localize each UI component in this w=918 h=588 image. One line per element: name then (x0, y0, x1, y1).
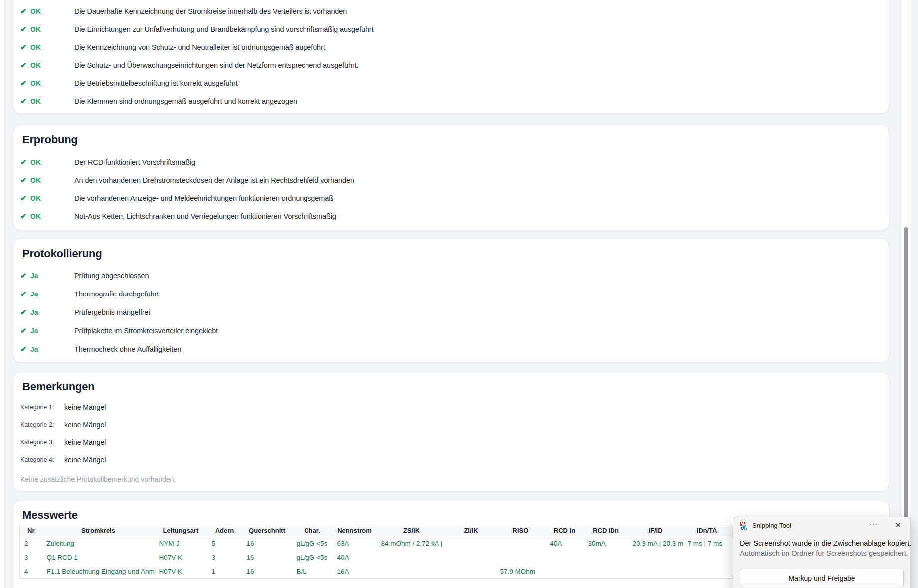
cell-nennstrom: 16A (333, 564, 377, 579)
cell-idnta: 7 ms | 7 ms (683, 536, 731, 551)
cell-rcd-idn (584, 564, 628, 579)
cell-querschnitt: 16 (242, 550, 292, 564)
cell-rcd-idn: 30mA (584, 536, 628, 551)
col-header: Char. (292, 525, 333, 536)
check-item-text: Die Kennzeichnung von Schutz- und Neutra… (74, 43, 325, 51)
check-icon: ✔ (20, 61, 30, 70)
check-icon: ✔ (20, 290, 30, 298)
kategorie-label: Kategorie 4: (20, 456, 54, 463)
section-title: Protokollierung (22, 247, 889, 260)
status-label: OK (30, 61, 41, 69)
check-item-text: Die Betriebsmittelbeschriftung ist korre… (74, 79, 238, 87)
check-icon: ✔ (20, 79, 30, 88)
cell-stromkreis: F1.1 Beleuchtung Eingang und Anme (42, 564, 155, 579)
cell-zsik (377, 564, 447, 579)
cell-riso: 57.9 MOhm (496, 564, 546, 579)
status-label: Ja (30, 327, 38, 335)
cell-char: B/L (292, 564, 333, 579)
check-item-text: Prüfplakette im Stromkreisverteiler eing… (74, 327, 218, 335)
check-item: ✔ OK Die Einrichtungen zur Unfallverhütu… (13, 20, 889, 38)
check-item: ✔ OK Not-Aus Ketten, Lichtschranken und … (13, 207, 889, 225)
check-item-text: Die Einrichtungen zur Unfallverhütung un… (74, 25, 374, 33)
check-item-text: Die vorhandenen Anzeige- und Meldeeinric… (74, 194, 333, 202)
protokollierung-card: Protokollierung ✔ Ja Prüfung abgeschloss… (13, 239, 889, 363)
col-header: ZI/IK (447, 525, 496, 536)
vertical-scrollbar-thumb[interactable] (904, 227, 908, 554)
check-icon: ✔ (20, 326, 30, 335)
status-label: OK (30, 7, 41, 15)
kategorie-label: Kategorie 2: (20, 421, 54, 428)
check-item: ✔ Ja Thermocheck ohne Auffälligkeiten (13, 340, 889, 358)
protokollbemerkung-note: Keine zusätzliche Protokollbemerkung vor… (20, 475, 889, 483)
col-header: RISO (496, 525, 546, 536)
cell-ifid: 20.3 mA | 20.3 mA (628, 536, 683, 551)
cell-ziik (447, 564, 496, 579)
cell-querschnitt: 16 (242, 536, 292, 551)
cell-zsik (377, 550, 447, 564)
status-label: OK (30, 194, 41, 202)
cell-rcd-in (546, 564, 584, 579)
window-left-border (4, 0, 5, 588)
cell-adern: 3 (207, 550, 242, 564)
cell-char: gL/gG <5s (292, 550, 333, 564)
cell-riso (496, 536, 546, 551)
status-label: OK (30, 158, 41, 166)
section-title: Bemerkungen (22, 380, 889, 393)
check-icon: ✔ (20, 194, 30, 203)
check-icon: ✔ (20, 158, 30, 167)
cell-ifid (628, 564, 683, 579)
bemerkungen-card: Bemerkungen Kategorie 1: keine Mängel Ka… (13, 372, 889, 492)
kategorie-value: keine Mängel (64, 456, 106, 464)
check-item-text: Prüfung abgeschlossen (74, 272, 149, 280)
more-options-icon[interactable]: ··· (869, 519, 878, 528)
kategorie-value: keine Mängel (64, 403, 106, 411)
kategorie-label: Kategorie 3. (20, 439, 54, 446)
cell-rcd-in (546, 550, 584, 564)
snipping-tool-notification: Snipping Tool ··· ✕ Der Screenshot wurde… (733, 517, 911, 588)
status-label: OK (30, 176, 41, 184)
checklist-card: ✔ OK Die Dauerhafte Kennzeichnung der St… (13, 0, 889, 114)
check-item: ✔ OK Der RCD funktioniert Vorschriftsmäß… (13, 153, 889, 171)
cell-adern: 5 (207, 536, 242, 551)
cell-nr: 2 (20, 536, 42, 551)
cell-nr: 4 (20, 564, 42, 579)
cell-rcd-in: 40A (546, 536, 584, 551)
status-label: Ja (30, 290, 38, 298)
col-header: IF/ID (628, 525, 683, 536)
col-header: Stromkreis (42, 525, 155, 536)
check-item: ✔ Ja Prüfplakette im Stromkreisverteiler… (13, 321, 889, 340)
status-label: Ja (30, 272, 38, 280)
check-item: ✔ OK Die vorhandenen Anzeige- und Meldee… (13, 189, 889, 207)
window-left-gutter (0, 0, 4, 588)
check-icon: ✔ (20, 43, 30, 52)
markup-share-button[interactable]: Markup und Freigabe (740, 569, 904, 587)
cell-ifid (628, 550, 683, 564)
check-item-text: Thermografie durchgeführt (74, 290, 159, 298)
col-header: Adern (207, 525, 242, 536)
cell-nennstrom: 40A (333, 550, 377, 564)
cell-stromkreis: Q1 RCD 1 (42, 550, 155, 564)
check-item: ✔ OK An den vorhandenen Drehstromsteckdo… (13, 171, 889, 189)
col-header: Nr (20, 525, 42, 536)
notification-submessage: Automatisch im Ordner für Screenshots ge… (740, 549, 908, 557)
check-item-text: Thermocheck ohne Auffälligkeiten (74, 345, 181, 353)
cell-idnta (683, 564, 731, 579)
cell-stromkreis: Zuleitung (42, 536, 155, 551)
status-label: Ja (30, 345, 38, 353)
notification-message: Der Screenshot wurde in die Zwischenabla… (740, 539, 911, 547)
cell-nennstrom: 63A (333, 536, 377, 551)
check-item-text: Prüfergebnis mängelfrei (74, 308, 150, 316)
check-icon: ✔ (20, 97, 30, 106)
cell-char: gL/gG <5s (292, 536, 333, 551)
cell-ziik (447, 536, 496, 551)
status-label: OK (30, 212, 41, 220)
cell-zsik: 84 mOhm / 2.72 kA | (377, 536, 447, 551)
kategorie-row: Kategorie 2: keine Mängel (13, 416, 889, 433)
close-icon[interactable]: ✕ (895, 521, 901, 530)
cell-querschnitt: 16 (242, 564, 292, 579)
check-icon: ✔ (20, 345, 30, 354)
kategorie-label: Kategorie 1: (20, 404, 54, 411)
notification-header: Snipping Tool ··· ✕ (733, 517, 910, 534)
cell-leitungsart: H07V-K (155, 564, 207, 579)
check-icon: ✔ (20, 176, 30, 185)
